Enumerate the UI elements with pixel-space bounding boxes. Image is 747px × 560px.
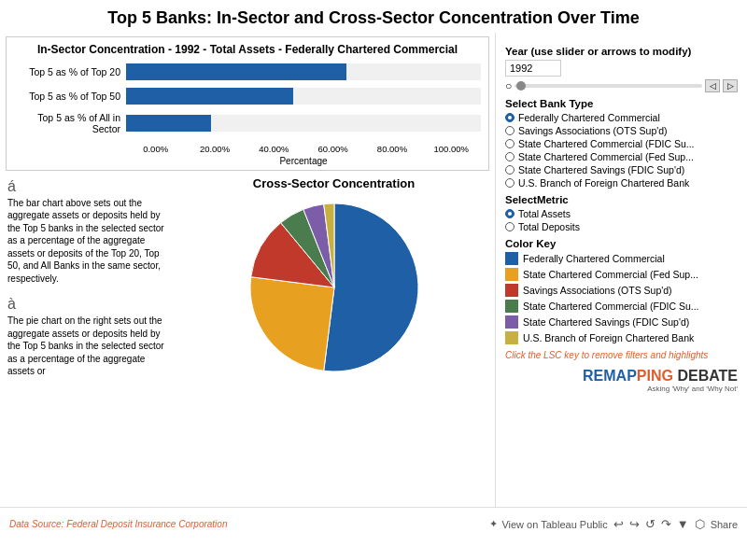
metric-group-radio-0[interactable] — [505, 209, 514, 218]
color-key-label-2: Savings Associations (OTS Sup'd) — [523, 285, 672, 296]
pie-chart — [241, 194, 428, 381]
undo-btn[interactable]: ↩ — [613, 517, 624, 531]
bank-type-group-label-1: Savings Associations (OTS Sup'd) — [518, 125, 668, 136]
bank-type-group-label-2: State Chartered Commercial (FDIC Su... — [518, 138, 694, 149]
bar-chart-title: In-Sector Concentration - 1992 - Total A… — [14, 43, 481, 56]
bank-type-group-radio-4[interactable] — [505, 165, 514, 175]
year-slider-row: ○ ◁ ▷ — [505, 79, 738, 92]
data-source: Data Source: Federal Deposit Insurance C… — [9, 519, 227, 529]
logo-tagline: Asking 'Why' and 'Why Not' — [505, 385, 738, 393]
bank-type-group-label-5: U.S. Branch of Foreign Chartered Bank — [518, 177, 689, 189]
bank-type-group-radio-5[interactable] — [505, 178, 514, 188]
metric-group-label-0: Total Assets — [518, 208, 571, 219]
bar-chart: In-Sector Concentration - 1992 - Total A… — [6, 36, 489, 171]
color-key-item-1[interactable]: State Chartered Commercial (Fed Sup... — [505, 268, 738, 281]
year-value: 1992 — [505, 60, 561, 77]
bank-type-group-label-0: Federally Chartered Commercial — [518, 112, 660, 123]
x-label: Percentage — [126, 156, 481, 166]
color-swatch-1 — [505, 268, 518, 281]
bank-type-group-radio-2[interactable] — [505, 139, 514, 148]
bank-type-group-item-3[interactable]: State Chartered Commercial (Fed Sup... — [505, 151, 738, 162]
color-key-group: Federally Chartered Commercial State Cha… — [505, 252, 738, 344]
bar-label-1: Top 5 as % of Top 50 — [14, 91, 126, 102]
bar-row-1: Top 5 as % of Top 50 — [14, 88, 481, 105]
click-note: Click the LSC key to remove filters and … — [505, 350, 738, 360]
color-swatch-5 — [505, 331, 518, 344]
slider-thumb[interactable] — [516, 81, 526, 91]
tableau-label: View on Tableau Public — [501, 519, 607, 530]
color-key-item-0[interactable]: Federally Chartered Commercial — [505, 252, 738, 265]
bank-type-group-item-5[interactable]: U.S. Branch of Foreign Chartered Bank — [505, 177, 738, 189]
text-panel: áThe bar chart above sets out the aggreg… — [0, 173, 173, 507]
metric-group-item-1[interactable]: Total Deposits — [505, 221, 738, 232]
bank-type-group-radio-3[interactable] — [505, 152, 514, 161]
bar-container-2 — [126, 115, 481, 132]
color-key-label-1: State Chartered Commercial (Fed Sup... — [523, 269, 698, 280]
bottom-section: áThe bar chart above sets out the aggreg… — [0, 173, 495, 507]
tableau-link[interactable]: ✦ View on Tableau Public — [489, 518, 607, 530]
bank-type-group-item-2[interactable]: State Chartered Commercial (FDIC Su... — [505, 138, 738, 149]
pie-title: Cross-Sector Concentration — [253, 176, 415, 190]
footer-controls: ✦ View on Tableau Public ↩ ↪ ↺ ↷ ▼ ⬡ Sha… — [489, 517, 738, 531]
pie-svg — [241, 194, 428, 381]
download-btn[interactable]: ⬡ — [695, 517, 705, 531]
x-tick-2: 40.00% — [245, 144, 303, 154]
arrow-0: á — [7, 176, 165, 197]
color-key-item-2[interactable]: Savings Associations (OTS Sup'd) — [505, 284, 738, 297]
color-key-label-5: U.S. Branch of Foreign Chartered Bank — [523, 332, 694, 343]
text-body-0: The bar chart above sets out the aggrega… — [7, 197, 165, 286]
bar-fill-0 — [126, 63, 346, 80]
color-key-label-3: State Chartered Commercial (FDIC Su... — [523, 301, 698, 312]
share-btn[interactable]: Share — [711, 519, 738, 530]
redo-btn[interactable]: ↪ — [629, 517, 640, 531]
metric-group-label-1: Total Deposits — [518, 221, 580, 232]
forward-btn[interactable]: ↷ — [661, 517, 671, 531]
x-tick-1: 20.00% — [185, 144, 244, 154]
bar-label-0: Top 5 as % of Top 20 — [14, 66, 126, 77]
bank-type-group-item-0[interactable]: Federally Chartered Commercial — [505, 112, 738, 123]
color-key-label-0: Federally Chartered Commercial — [523, 253, 665, 264]
remapping-logo: REMAPPING DEBATE Asking 'Why' and 'Why N… — [505, 368, 738, 393]
color-key-label: Color Key — [505, 238, 738, 249]
text-block-1: áThe bar chart above sets out the aggreg… — [7, 176, 165, 285]
bank-type-group-item-4[interactable]: State Chartered Savings (FDIC Sup'd) — [505, 164, 738, 175]
metric-group: Total AssetsTotal Deposits — [505, 208, 738, 232]
bank-type-group-radio-1[interactable] — [505, 126, 514, 135]
bars-container: Top 5 as % of Top 20 Top 5 as % of Top 5… — [14, 63, 481, 134]
left-panel: In-Sector Concentration - 1992 - Total A… — [0, 33, 495, 507]
x-tick-5: 100.00% — [422, 144, 481, 154]
revert-btn[interactable]: ↺ — [645, 517, 655, 531]
pie-slice-0[interactable] — [323, 203, 417, 371]
bar-container-0 — [126, 63, 481, 80]
color-key-label-4: State Chartered Savings (FDIC Sup'd) — [523, 316, 689, 328]
x-axis: 0.00%20.00%40.00%60.00%80.00%100.00% — [126, 142, 481, 154]
year-slider[interactable] — [514, 84, 702, 88]
main-title: Top 5 Banks: In-Sector and Cross-Sector … — [0, 0, 747, 33]
year-prev-btn[interactable]: ◁ — [705, 79, 720, 92]
color-swatch-0 — [505, 252, 518, 265]
footer: Data Source: Federal Deposit Insurance C… — [0, 507, 747, 540]
x-tick-0: 0.00% — [126, 144, 185, 154]
metric-group-item-0[interactable]: Total Assets — [505, 208, 738, 219]
pie-slice-1[interactable] — [250, 277, 334, 371]
bank-type-group-label-3: State Chartered Commercial (Fed Sup... — [518, 151, 694, 162]
bank-type-group-radio-0[interactable] — [505, 113, 514, 122]
color-key-item-4[interactable]: State Chartered Savings (FDIC Sup'd) — [505, 315, 738, 329]
color-key-item-5[interactable]: U.S. Branch of Foreign Chartered Bank — [505, 331, 738, 344]
bank-type-group: Federally Chartered CommercialSavings As… — [505, 112, 738, 189]
text-block-2: àThe pie chart on the right sets out the… — [7, 294, 165, 377]
bank-type-group-item-1[interactable]: Savings Associations (OTS Sup'd) — [505, 125, 738, 136]
tableau-icon: ✦ — [489, 518, 498, 530]
screen-btn[interactable]: ▼ — [677, 517, 689, 531]
right-panel: Year (use slider or arrows to modify) 19… — [495, 33, 747, 507]
bank-type-group-label-4: State Chartered Savings (FDIC Sup'd) — [518, 164, 684, 175]
arrow-1: à — [7, 294, 165, 315]
x-tick-4: 80.00% — [362, 144, 421, 154]
bank-type-label: Select Bank Type — [505, 98, 738, 109]
year-next-btn[interactable]: ▷ — [723, 79, 738, 92]
color-key-item-3[interactable]: State Chartered Commercial (FDIC Su... — [505, 300, 738, 313]
bar-row-0: Top 5 as % of Top 20 — [14, 63, 481, 80]
metric-group-radio-1[interactable] — [505, 222, 514, 231]
color-swatch-3 — [505, 300, 518, 313]
text-body-1: The pie chart on the right sets out the … — [7, 315, 165, 378]
